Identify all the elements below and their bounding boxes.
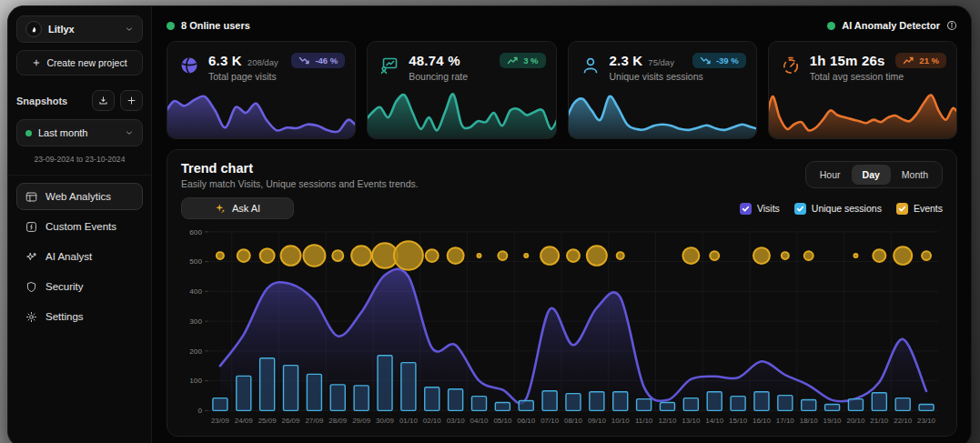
person-icon <box>581 55 601 76</box>
kpi-label: Bouncing rate <box>409 71 468 82</box>
legend-item-visits[interactable]: Visits <box>740 203 780 215</box>
svg-text:11/10: 11/10 <box>635 417 653 425</box>
create-project-button[interactable]: Create new project <box>16 50 143 76</box>
bar-22/10[interactable] <box>895 398 910 411</box>
event-bubble-17/10[interactable] <box>782 252 789 259</box>
snapshot-selector[interactable]: Last month <box>16 119 143 146</box>
bar-17/10[interactable] <box>778 396 793 411</box>
bar-03/10[interactable] <box>449 389 463 411</box>
event-bubble-01/10[interactable] <box>394 241 423 269</box>
bar-12/10[interactable] <box>660 403 674 411</box>
event-bubble-06/10[interactable] <box>524 254 528 257</box>
bar-01/10[interactable] <box>401 363 416 411</box>
bar-19/10[interactable] <box>825 404 840 410</box>
bar-08/10[interactable] <box>566 394 581 411</box>
sidebar-item-settings[interactable]: Settings <box>16 303 143 330</box>
bar-15/10[interactable] <box>731 397 745 411</box>
event-bubble-18/10[interactable] <box>804 251 813 260</box>
event-bubble-10/10[interactable] <box>617 252 624 259</box>
bar-02/10[interactable] <box>425 388 439 411</box>
events-icon <box>25 221 37 233</box>
legend-item-events[interactable]: Events <box>896 203 943 215</box>
sidebar-item-security[interactable]: Security <box>16 273 143 300</box>
snapshots-label: Snapshots <box>16 96 86 106</box>
sidebar-item-ai-analyst[interactable]: AI Analyst <box>16 243 143 270</box>
bar-26/09[interactable] <box>283 366 298 411</box>
kpi-badge-value: -39 % <box>716 55 739 65</box>
bar-18/10[interactable] <box>802 400 816 411</box>
ask-ai-button[interactable]: Ask AI <box>181 197 294 219</box>
kpi-per-day: 75/day <box>648 57 674 67</box>
bar-23/10[interactable] <box>919 404 934 410</box>
svg-text:500: 500 <box>189 257 202 266</box>
event-bubble-13/10[interactable] <box>682 247 699 264</box>
event-bubble-23/10[interactable] <box>922 251 931 260</box>
bar-09/10[interactable] <box>590 392 604 411</box>
add-snapshot-button[interactable] <box>120 90 143 111</box>
kpi-per-day: 208/day <box>248 57 278 67</box>
bar-16/10[interactable] <box>754 392 769 411</box>
bar-05/10[interactable] <box>495 403 510 411</box>
bar-27/09[interactable] <box>307 374 321 410</box>
legend-item-unique-sessions[interactable]: Unique sessions <box>794 203 882 215</box>
bar-20/10[interactable] <box>848 399 863 411</box>
event-bubble-08/10[interactable] <box>567 249 580 262</box>
bar-24/09[interactable] <box>237 376 251 410</box>
tab-hour[interactable]: Hour <box>809 165 852 185</box>
checkbox-checked-icon[interactable] <box>740 203 752 215</box>
event-bubble-25/09[interactable] <box>260 248 275 263</box>
event-bubble-23/09[interactable] <box>217 252 224 259</box>
event-bubble-07/10[interactable] <box>541 247 559 265</box>
download-snapshot-button[interactable] <box>92 90 115 111</box>
trend-chart-subtitle: Easily match Visits, Unique sessions and… <box>181 178 419 189</box>
kpi-card-total-page-visits: 6.3 K208/dayTotal page visits-46 % <box>167 41 356 139</box>
bar-04/10[interactable] <box>471 397 486 411</box>
bar-23/09[interactable] <box>213 398 227 411</box>
kpi-badge-value: 21 % <box>919 55 939 65</box>
checkbox-checked-icon[interactable] <box>896 203 908 215</box>
bar-13/10[interactable] <box>683 398 698 411</box>
event-bubble-20/10[interactable] <box>854 254 857 257</box>
kpi-card-bouncing-rate: 48.74 %Bouncing rate3 % <box>367 41 556 139</box>
event-bubble-24/09[interactable] <box>237 249 250 262</box>
event-bubble-28/09[interactable] <box>332 250 343 261</box>
event-bubble-02/10[interactable] <box>426 249 439 262</box>
bar-10/10[interactable] <box>613 392 628 411</box>
event-bubble-03/10[interactable] <box>448 247 464 264</box>
bar-07/10[interactable] <box>542 391 557 411</box>
event-bubble-21/10[interactable] <box>873 249 885 262</box>
bar-25/09[interactable] <box>260 358 275 411</box>
bar-21/10[interactable] <box>872 393 886 411</box>
bar-29/09[interactable] <box>354 386 369 411</box>
event-bubble-16/10[interactable] <box>753 247 770 264</box>
svg-text:07/10: 07/10 <box>541 417 560 425</box>
checkbox-checked-icon[interactable] <box>794 203 806 215</box>
event-bubble-09/10[interactable] <box>587 246 607 266</box>
bar-30/09[interactable] <box>378 356 392 411</box>
event-bubble-27/09[interactable] <box>303 245 325 267</box>
tab-month[interactable]: Month <box>891 165 939 185</box>
trend-chart-svg[interactable]: 010020030040050060023/0924/0925/0926/092… <box>181 225 943 428</box>
project-selector[interactable]: Litlyx <box>16 15 143 43</box>
svg-text:17/10: 17/10 <box>776 417 795 425</box>
sidebar: Litlyx Create new project Snapshots Last… <box>8 6 152 443</box>
bar-28/09[interactable] <box>330 385 345 410</box>
event-bubble-22/10[interactable] <box>894 247 912 265</box>
event-bubble-26/09[interactable] <box>281 246 301 266</box>
event-bubble-05/10[interactable] <box>498 251 507 260</box>
info-icon[interactable] <box>946 20 957 31</box>
event-bubble-29/09[interactable] <box>351 246 371 266</box>
bar-06/10[interactable] <box>519 401 533 411</box>
svg-text:16/10: 16/10 <box>753 417 772 425</box>
browser-icon <box>25 191 37 203</box>
bar-14/10[interactable] <box>707 392 722 411</box>
bar-11/10[interactable] <box>637 399 652 411</box>
globe-icon <box>179 55 199 76</box>
svg-text:04/10: 04/10 <box>470 417 490 425</box>
sidebar-item-custom-events[interactable]: Custom Events <box>16 213 143 240</box>
svg-text:14/10: 14/10 <box>705 417 724 425</box>
sidebar-item-web-analytics[interactable]: Web Analytics <box>16 183 143 210</box>
event-bubble-04/10[interactable] <box>477 254 480 257</box>
event-bubble-14/10[interactable] <box>710 251 719 260</box>
tab-day[interactable]: Day <box>852 165 891 185</box>
